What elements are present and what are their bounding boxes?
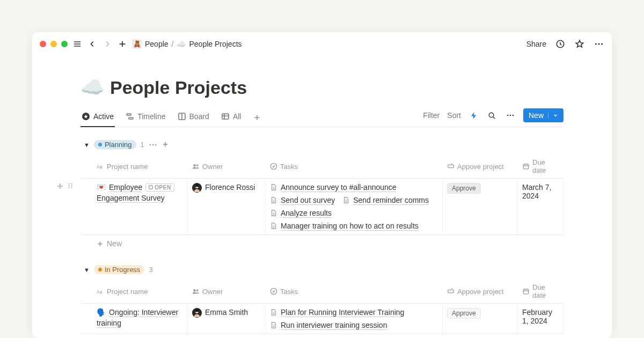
view-more-icon[interactable]: [505, 110, 516, 121]
tab-all[interactable]: All: [220, 109, 243, 126]
new-button-label: New: [529, 111, 544, 120]
tab-timeline[interactable]: Timeline: [125, 109, 166, 126]
svg-point-46: [71, 185, 72, 186]
svg-marker-21: [471, 112, 476, 119]
more-icon[interactable]: [594, 39, 604, 49]
svg-point-44: [71, 183, 72, 184]
table-icon: [221, 112, 230, 121]
maximize-window-dot[interactable]: [61, 41, 68, 47]
group: ▼ Planning 1 AaProject name Owner Tasks …: [80, 127, 564, 252]
add-view-icon[interactable]: [252, 112, 262, 123]
approve-button[interactable]: Approve: [447, 308, 481, 319]
cell-project-name[interactable]: 💌 Employee OPEN Engagement Survey: [80, 179, 188, 234]
col-approve[interactable]: Appove project: [443, 155, 518, 178]
svg-point-27: [149, 144, 151, 145]
cell-tasks[interactable]: Announce survey to #all-announceSend out…: [266, 179, 443, 234]
col-due[interactable]: Due date: [518, 155, 564, 178]
group-badge[interactable]: In Progress: [94, 265, 144, 274]
page-icon[interactable]: ☁️: [80, 76, 105, 99]
filter-button[interactable]: Filter: [423, 111, 440, 120]
col-due[interactable]: Due date: [518, 280, 564, 303]
task-item[interactable]: Analyze results: [270, 209, 332, 217]
forward-icon[interactable]: [102, 39, 113, 49]
cell-tasks[interactable]: Plan for Running Interviewer TrainingRun…: [266, 304, 443, 334]
col-approve[interactable]: Appove project: [443, 280, 518, 303]
task-item[interactable]: Announce survey to #all-announce: [270, 183, 397, 192]
group-toggle-icon[interactable]: ▼: [84, 267, 90, 273]
task-item[interactable]: Plan for Running Interviewer Training: [270, 308, 404, 317]
cell-due[interactable]: March 7, 2024: [518, 179, 564, 234]
col-name[interactable]: AaProject name: [80, 280, 188, 303]
svg-point-7: [595, 43, 597, 45]
tab-active[interactable]: Active: [80, 109, 115, 127]
sort-button[interactable]: Sort: [447, 111, 461, 120]
group-badge[interactable]: Planning: [94, 140, 136, 149]
minimize-window-dot[interactable]: [50, 41, 57, 47]
text-icon: Aa: [97, 163, 104, 170]
new-row[interactable]: New: [80, 235, 564, 252]
close-window-dot[interactable]: [40, 41, 46, 47]
task-item[interactable]: Manager training on how to act on result…: [270, 222, 419, 230]
approve-button[interactable]: Approve: [447, 183, 481, 194]
new-page-icon[interactable]: [117, 39, 128, 49]
view-actions: Filter Sort New: [423, 108, 564, 127]
search-icon[interactable]: [487, 110, 497, 121]
breadcrumb-parent[interactable]: People: [145, 40, 169, 48]
titlebar-actions: Share: [526, 39, 604, 49]
back-icon[interactable]: [87, 39, 98, 49]
svg-point-47: [68, 187, 69, 188]
avatar: [192, 183, 202, 193]
table-header: AaProject name Owner Tasks Appove projec…: [80, 280, 564, 304]
cell-owner[interactable]: Florence Rossi: [188, 179, 266, 234]
task-item[interactable]: Run interviewer training session: [270, 321, 387, 329]
svg-line-23: [494, 117, 495, 119]
group-actions: [149, 141, 169, 149]
groups-container: ▼ Planning 1 AaProject name Owner Tasks …: [80, 127, 564, 334]
star-icon[interactable]: [574, 39, 585, 49]
cell-approve[interactable]: Approve: [443, 179, 518, 234]
svg-point-65: [193, 289, 195, 291]
breadcrumb-separator: /: [172, 40, 174, 48]
task-item[interactable]: Send reminder comms: [342, 196, 429, 204]
new-button[interactable]: New: [523, 108, 564, 122]
col-name[interactable]: AaProject name: [80, 155, 188, 178]
svg-point-34: [196, 164, 198, 166]
page-title[interactable]: People Projects: [110, 77, 247, 98]
group-more-icon[interactable]: [149, 141, 157, 149]
share-button[interactable]: Share: [526, 40, 546, 48]
clock-icon[interactable]: [555, 39, 566, 49]
text-icon: Aa: [97, 288, 104, 295]
tab-board[interactable]: Board: [177, 109, 210, 126]
table-row[interactable]: 🗣️ Ongoing: Interviewer training Emma Sm…: [80, 304, 564, 334]
col-tasks[interactable]: Tasks: [266, 280, 443, 303]
col-tasks[interactable]: Tasks: [266, 155, 443, 178]
svg-point-43: [68, 183, 69, 184]
chevron-down-icon[interactable]: [548, 113, 558, 118]
svg-point-22: [489, 113, 494, 117]
cell-project-name[interactable]: 🗣️ Ongoing: Interviewer training: [80, 304, 188, 334]
page-content: ☁️ People Projects Active Timeline Bo: [32, 56, 612, 334]
col-owner[interactable]: Owner: [188, 280, 266, 303]
cell-approve[interactable]: Approve: [443, 304, 518, 334]
table-row[interactable]: 💌 Employee OPEN Engagement Survey Floren…: [80, 179, 564, 235]
group-toggle-icon[interactable]: ▼: [84, 142, 90, 148]
col-owner[interactable]: Owner: [188, 155, 266, 178]
project-title: Ongoing: Interviewer: [109, 308, 178, 317]
svg-point-29: [155, 144, 156, 145]
task-item[interactable]: Send out survey: [270, 196, 335, 204]
group: ▼ In Progress 3 AaProject name Owner Tas…: [80, 252, 564, 334]
task-text: Send out survey: [281, 196, 335, 204]
owner-name: Emma Smith: [205, 308, 248, 317]
breadcrumb-current[interactable]: People Projects: [189, 40, 241, 48]
menu-icon[interactable]: [72, 39, 83, 49]
cell-owner[interactable]: Emma Smith: [188, 304, 266, 334]
group-add-icon[interactable]: [162, 141, 169, 149]
open-pill[interactable]: OPEN: [145, 183, 174, 192]
group-label: In Progress: [105, 266, 140, 274]
drag-handle-icon[interactable]: [67, 182, 74, 190]
automation-icon[interactable]: [469, 110, 479, 121]
cell-due[interactable]: February 1, 2024: [518, 304, 564, 334]
check-circle-icon: [270, 163, 277, 170]
add-row-icon[interactable]: [56, 182, 64, 190]
project-emoji: 🗣️: [97, 308, 106, 317]
